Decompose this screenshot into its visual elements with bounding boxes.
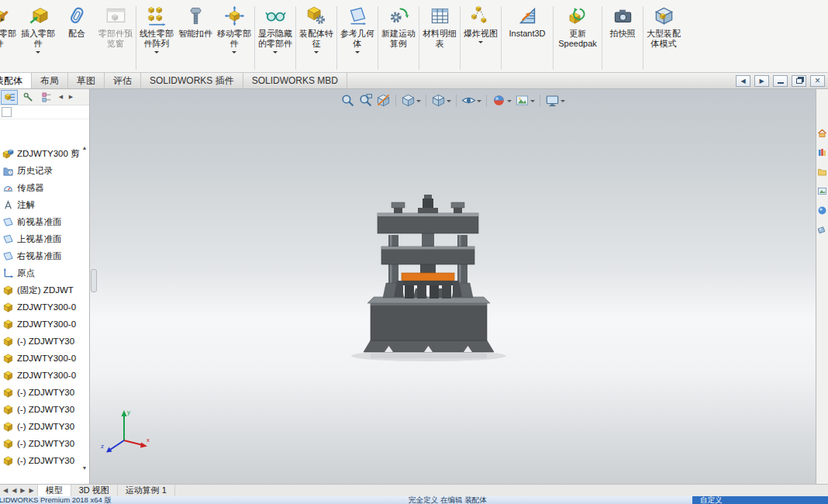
ribbon-button-label: 更新 Speedpak bbox=[558, 29, 597, 49]
ribbon-linear-pattern-button[interactable]: 线性零部件阵列 bbox=[137, 4, 176, 56]
ribbon-reference-geometry-button[interactable]: 参考几何体 bbox=[338, 4, 377, 56]
dropdown-arrow-icon[interactable] bbox=[507, 100, 512, 105]
tree-item-component[interactable]: ZDJWTY300-0 bbox=[0, 350, 80, 367]
plane-icon bbox=[2, 233, 14, 245]
first-tab-icon[interactable]: ◀ bbox=[3, 488, 8, 494]
custom-status-button[interactable]: 自定义 bbox=[692, 496, 828, 504]
ribbon-edit-component-button[interactable]: 编辑零部件 bbox=[0, 4, 19, 49]
tree-item-front-plane[interactable]: 前视基准面 bbox=[0, 213, 80, 230]
ribbon-take-snapshot-button[interactable]: 拍快照 bbox=[603, 4, 642, 39]
dropdown-arrow-icon[interactable] bbox=[314, 51, 319, 56]
dropdown-arrow-icon[interactable] bbox=[447, 100, 451, 105]
tab-solidworks-mbd[interactable]: SOLIDWORKS MBD bbox=[243, 73, 347, 88]
ribbon-mate-button[interactable]: 配合 bbox=[57, 4, 96, 39]
ribbon-update-speedpak-button[interactable]: 更新 Speedpak bbox=[554, 4, 601, 49]
ribbon-exploded-view-button[interactable]: 爆炸视图 bbox=[461, 4, 500, 46]
scroll-down-icon[interactable]: ▼ bbox=[82, 464, 88, 473]
dropdown-arrow-icon[interactable] bbox=[530, 100, 535, 105]
dropdown-arrow-icon[interactable] bbox=[478, 41, 483, 46]
tree-root-item[interactable]: ZDJWTY300 剪床 bbox=[0, 145, 80, 162]
dropdown-arrow-icon[interactable] bbox=[154, 51, 159, 56]
bottom-tab-motion-study[interactable]: 运动算例 1 bbox=[118, 485, 175, 496]
edit-appearance-button[interactable] bbox=[491, 92, 512, 109]
ribbon-smart-fasteners-button[interactable]: 智能扣件 bbox=[176, 4, 215, 39]
configurationmanager-tab[interactable] bbox=[38, 90, 55, 105]
scroll-up-icon[interactable]: ▲ bbox=[82, 143, 88, 153]
ribbon-large-assembly-mode-button[interactable]: 大型装配体模式 bbox=[644, 4, 683, 49]
ribbon-instant3d-button[interactable]: Instant3D bbox=[502, 4, 552, 39]
ribbon-new-motion-study-button[interactable]: 新建运动算例 bbox=[379, 4, 418, 49]
restore-button[interactable] bbox=[792, 75, 806, 87]
previous-document-button[interactable]: ◀ bbox=[736, 75, 750, 87]
dropdown-arrow-icon[interactable] bbox=[36, 51, 40, 56]
view-palette-tab[interactable] bbox=[817, 186, 827, 196]
tree-item-top-plane[interactable]: 上视基准面 bbox=[0, 230, 80, 247]
tree-item-component[interactable]: ZDJWTY300-0 bbox=[0, 316, 80, 333]
next-document-button[interactable]: ▶ bbox=[754, 75, 769, 87]
bottom-tab-model[interactable]: 模型 bbox=[38, 485, 71, 496]
ribbon-show-hidden-components-button[interactable]: 显示隐藏的零部件 bbox=[256, 4, 295, 56]
tree-item-component[interactable]: (-) ZDJWTY30 bbox=[0, 435, 80, 452]
tree-item-annot[interactable]: 注解 bbox=[0, 196, 80, 213]
section-view-button[interactable] bbox=[375, 92, 392, 109]
ribbon-bill-of-materials-button[interactable]: 材料明细表 bbox=[420, 4, 459, 49]
featuremanager-tree-tab[interactable] bbox=[1, 90, 18, 105]
dropdown-arrow-icon[interactable] bbox=[561, 100, 565, 105]
tree-item-component[interactable]: (固定) ZDJWT bbox=[0, 281, 80, 299]
ribbon-assembly-features-button[interactable]: 装配体特征 bbox=[297, 4, 336, 56]
tab-assembly[interactable]: 装配体 bbox=[0, 73, 32, 88]
view-orientation-button[interactable] bbox=[400, 92, 422, 109]
graphics-area[interactable]: y x z bbox=[90, 89, 816, 484]
ribbon-insert-component-button[interactable]: 插入零部件 bbox=[19, 4, 57, 56]
tree-item-right-plane[interactable]: 右视基准面 bbox=[0, 247, 80, 264]
ribbon-component-preview-button[interactable]: 零部件预览窗 bbox=[96, 4, 135, 49]
tree-item-origin[interactable]: 原点 bbox=[0, 264, 80, 281]
tree-item-component[interactable]: (-) ZDJWTY30 bbox=[0, 333, 80, 350]
component-preview-window-icon bbox=[105, 5, 126, 26]
last-tab-icon[interactable]: ▶ bbox=[29, 488, 33, 494]
panel-tab-scroll-left[interactable]: ◀ bbox=[57, 94, 65, 100]
solidworks-resources-tab[interactable] bbox=[817, 128, 827, 138]
dropdown-arrow-icon[interactable] bbox=[273, 51, 278, 56]
design-library-tab[interactable] bbox=[817, 147, 827, 157]
dropdown-arrow-icon[interactable] bbox=[355, 51, 360, 56]
tree-item-component[interactable]: (-) ZDJWTY30 bbox=[0, 401, 80, 418]
panel-splitter-handle[interactable] bbox=[91, 269, 97, 292]
tree-item-component[interactable]: (-) ZDJWTY30 bbox=[0, 384, 80, 401]
apply-scene-button[interactable] bbox=[514, 92, 536, 109]
tab-solidworks-addins[interactable]: SOLIDWORKS 插件 bbox=[141, 73, 243, 88]
hide-show-items-button[interactable] bbox=[461, 92, 482, 109]
panel-tab-scroll-right[interactable]: ▶ bbox=[67, 94, 75, 100]
dropdown-arrow-icon[interactable] bbox=[477, 100, 481, 105]
tree-scrollbar[interactable]: ▲ ▼ bbox=[80, 143, 89, 473]
library-books-icon bbox=[817, 147, 827, 157]
tab-sketch[interactable]: 草图 bbox=[68, 73, 105, 88]
tree-item-component[interactable]: ZDJWTY300-0 bbox=[0, 367, 80, 384]
bottom-tab-3d-views[interactable]: 3D 视图 bbox=[71, 485, 118, 496]
propertymanager-tab[interactable] bbox=[19, 90, 36, 105]
appearances-scenes-tab[interactable] bbox=[817, 205, 827, 216]
tree-item-component[interactable]: ZDJWTY300-0 bbox=[0, 299, 80, 316]
tab-layout[interactable]: 布局 bbox=[32, 73, 68, 88]
view-settings-button[interactable] bbox=[544, 92, 566, 109]
ribbon-move-component-button[interactable]: 移动零部件 bbox=[215, 4, 254, 56]
dropdown-arrow-icon[interactable] bbox=[232, 51, 236, 56]
file-explorer-tab[interactable] bbox=[817, 167, 827, 177]
previous-tab-icon[interactable]: ◀ bbox=[12, 488, 16, 494]
custom-properties-tab[interactable] bbox=[817, 225, 827, 235]
next-tab-icon[interactable]: ▶ bbox=[20, 488, 25, 494]
zoom-to-fit-button[interactable] bbox=[340, 92, 356, 109]
tree-item-history[interactable]: 历史记录 bbox=[0, 162, 80, 179]
tree-item-component[interactable]: (-) ZDJWTY30 bbox=[0, 418, 80, 435]
tab-evaluate[interactable]: 评估 bbox=[105, 73, 141, 88]
close-button[interactable]: × bbox=[810, 75, 825, 87]
display-style-button[interactable] bbox=[430, 92, 452, 109]
part-icon bbox=[2, 336, 14, 347]
dropdown-arrow-icon[interactable] bbox=[416, 100, 421, 105]
3d-model-shear-machine[interactable] bbox=[90, 89, 816, 484]
minimize-button[interactable] bbox=[773, 75, 788, 87]
zoom-to-area-button[interactable] bbox=[357, 92, 374, 109]
tree-display-options-icon[interactable] bbox=[2, 107, 12, 117]
tree-item-sensors[interactable]: 传感器 bbox=[0, 179, 80, 196]
tree-item-component[interactable]: (-) ZDJWTY30 bbox=[0, 452, 80, 469]
